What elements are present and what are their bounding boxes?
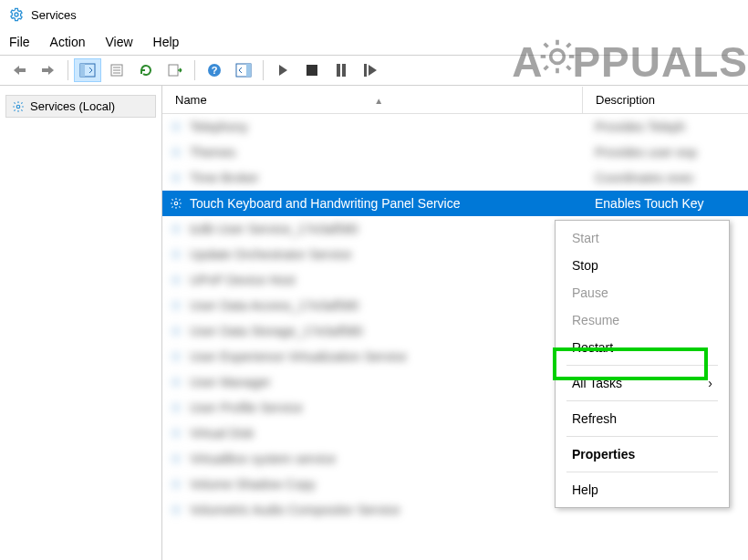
context-item-label: Resume (572, 313, 619, 327)
tree-item-label: Services (Local) (30, 99, 115, 113)
window-title: Services (31, 8, 77, 22)
pause-service-button[interactable] (327, 58, 355, 82)
list-item-selected[interactable]: Touch Keyboard and Handwriting Panel Ser… (162, 191, 748, 216)
gear-icon (168, 374, 184, 390)
svg-point-33 (174, 457, 178, 461)
services-app-icon (9, 7, 24, 22)
svg-point-27 (174, 304, 178, 307)
gear-icon (168, 170, 184, 186)
column-header-description[interactable]: Description (582, 87, 748, 113)
service-name: UPnP Device Host (184, 273, 582, 287)
column-label: Name (175, 93, 207, 107)
menu-file[interactable]: File (9, 35, 30, 49)
svg-point-28 (174, 329, 178, 333)
context-divider (566, 472, 718, 472)
svg-point-29 (174, 355, 178, 358)
svg-point-30 (174, 380, 178, 384)
service-name: User Profile Service (184, 400, 582, 415)
svg-rect-1 (19, 68, 26, 72)
service-name: Virtual Disk (184, 426, 582, 441)
svg-point-35 (174, 508, 178, 512)
gear-icon (168, 451, 184, 467)
service-name: VirtualBox system service (184, 451, 582, 466)
gear-icon (168, 144, 184, 161)
menu-action[interactable]: Action (50, 35, 86, 49)
service-name: User Data Access_17e3af580 (184, 298, 582, 313)
forward-button[interactable] (35, 58, 62, 82)
service-name: Telephony (184, 119, 582, 134)
toolbar: ? (0, 55, 748, 86)
gear-icon (168, 502, 184, 518)
restart-service-button[interactable] (357, 58, 384, 82)
service-name: User Manager (184, 375, 582, 389)
column-header-name[interactable]: Name ▲ (162, 93, 582, 107)
service-description: Enables Touch Key (582, 196, 748, 211)
svg-point-19 (16, 105, 20, 109)
context-all-tasks[interactable]: All Tasks› (557, 369, 727, 397)
context-properties[interactable]: Properties (557, 441, 727, 468)
gear-icon (12, 100, 25, 113)
svg-rect-9 (169, 65, 178, 76)
svg-rect-14 (306, 65, 317, 76)
tree-item-services-local[interactable]: Services (Local) (5, 95, 156, 118)
chevron-right-icon: › (708, 376, 712, 390)
svg-point-0 (15, 13, 18, 16)
properties-button[interactable] (103, 58, 130, 82)
context-menu: Start Stop Pause Resume Restart All Task… (555, 220, 730, 508)
toolbar-separator (194, 60, 195, 80)
context-item-label: Refresh (572, 411, 617, 426)
sort-ascending-icon: ▲ (374, 96, 383, 106)
svg-point-32 (174, 431, 178, 435)
context-resume: Resume (557, 306, 727, 334)
menu-help[interactable]: Help (153, 35, 180, 49)
help-button[interactable]: ? (201, 58, 228, 82)
svg-point-22 (174, 176, 178, 180)
gear-icon (168, 272, 184, 288)
title-bar: Services (0, 0, 748, 29)
service-name: Update Orchestrator Service (184, 247, 582, 262)
back-button[interactable] (5, 58, 33, 82)
context-item-label: Stop (572, 258, 598, 273)
context-refresh[interactable]: Refresh (557, 405, 727, 432)
svg-rect-2 (42, 68, 48, 72)
context-divider (566, 365, 718, 366)
gear-icon (168, 348, 184, 365)
gear-icon (168, 221, 184, 237)
stop-service-button[interactable] (298, 58, 326, 82)
service-name: tzdb User Service_17e3af580 (184, 222, 582, 236)
service-description: Provides Teleph (582, 119, 748, 134)
gear-icon (168, 119, 184, 135)
service-description: Provides user exp (582, 145, 748, 160)
svg-point-23 (174, 202, 178, 205)
export-list-button[interactable] (161, 58, 189, 82)
context-start: Start (557, 224, 727, 252)
toolbar-separator (68, 60, 68, 80)
tree-pane: Services (Local) (0, 86, 162, 560)
gear-icon (168, 297, 184, 314)
list-item[interactable]: ThemesProvides user exp (162, 140, 748, 165)
refresh-button[interactable] (132, 58, 160, 82)
svg-rect-13 (246, 64, 251, 77)
context-help[interactable]: Help (557, 476, 727, 503)
context-item-label: Properties (572, 447, 635, 461)
start-service-button[interactable] (269, 58, 296, 82)
menu-view[interactable]: View (105, 35, 132, 49)
context-item-label: Restart (572, 340, 613, 355)
context-restart[interactable]: Restart (557, 334, 727, 361)
context-stop[interactable]: Stop (557, 252, 727, 279)
service-name: User Data Storage_17e3af580 (184, 324, 582, 338)
list-item[interactable]: TelephonyProvides Teleph (162, 114, 748, 140)
context-item-label: Pause (572, 285, 608, 300)
svg-text:?: ? (212, 65, 218, 76)
service-name: Volume Shadow Copy (184, 477, 582, 492)
show-hide-tree-button[interactable] (74, 58, 101, 82)
svg-point-26 (174, 278, 178, 282)
service-name: Touch Keyboard and Handwriting Panel Ser… (184, 196, 582, 211)
service-name: Themes (184, 145, 582, 160)
service-name: User Experience Virtualization Service (184, 349, 582, 364)
gear-icon (168, 399, 184, 416)
service-name: Time Broker (184, 171, 582, 185)
show-hide-action-pane-button[interactable] (230, 58, 257, 82)
svg-rect-4 (80, 64, 85, 77)
list-item[interactable]: Time BrokerCoordinates exec (162, 165, 748, 191)
